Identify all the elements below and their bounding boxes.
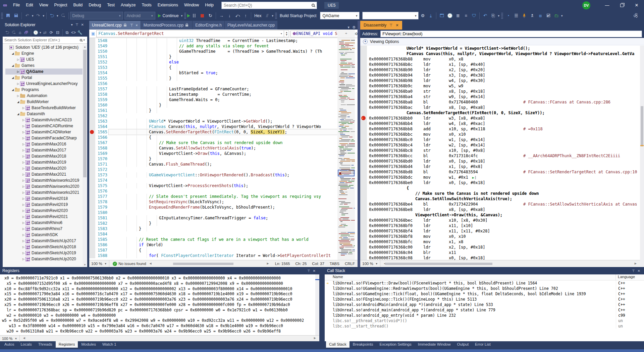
save-all-icon[interactable]: 🖬 bbox=[12, 12, 20, 20]
breakpoint-margin[interactable] bbox=[89, 210, 95, 215]
tab-unrealclient.cpp[interactable]: UnrealClient.cpp⊤× bbox=[89, 21, 141, 30]
breakpoint-margin[interactable] bbox=[89, 92, 95, 97]
breakpoint-margin[interactable] bbox=[89, 253, 95, 258]
redo-icon[interactable]: ↷ bbox=[35, 12, 42, 20]
show-all-files-icon[interactable]: ⧉ bbox=[64, 29, 70, 36]
code-line-1587[interactable]: 1587{ bbox=[89, 248, 337, 253]
register-line[interactable]: w5 = 0x52d95f00 w6 = 0x00000000 w7 = 0x0… bbox=[2, 318, 315, 323]
chevron-down-icon[interactable]: ▾ bbox=[70, 23, 74, 27]
tree-item-buildworker[interactable]: ◢BuildWorker bbox=[5, 99, 83, 105]
call-stack-frame[interactable]: libUnreal.so!UGameEngine::Tick(float, bo… bbox=[325, 291, 644, 297]
tab-exception-settings[interactable]: Exception Settings bbox=[377, 341, 415, 348]
properties-wrench-icon[interactable]: 🔧 bbox=[77, 29, 83, 36]
switch-views-icon[interactable]: 🗗 bbox=[23, 29, 30, 36]
code-line-1572[interactable]: 1572 bbox=[89, 167, 337, 172]
breakpoint-margin[interactable] bbox=[89, 205, 95, 210]
tree-item-datasmithsketchup2020[interactable]: ▷DatasmithSketchUp2020 bbox=[5, 256, 83, 262]
disassembly-instruction[interactable]: 0x0000007176368be0ldrx0, [sp, #0x18] bbox=[360, 180, 640, 185]
breakpoint-margin[interactable] bbox=[89, 145, 95, 151]
step-out-icon[interactable]: ↑ bbox=[242, 12, 249, 20]
breakpoint-margin[interactable] bbox=[89, 194, 95, 199]
pin-icon[interactable]: ⊤ bbox=[306, 269, 312, 273]
tree-item-qagame[interactable]: ▷QAGame bbox=[5, 69, 83, 75]
disassembly-instruction[interactable]: 0x0000007176368bd8bl0x7176483594# FCanva… bbox=[360, 169, 640, 175]
code-area[interactable]: 1548uint32 ThreadTime = CurrentTime - La… bbox=[89, 38, 337, 260]
breakpoint-margin[interactable] bbox=[89, 65, 95, 70]
call-stack-frame[interactable]: libUnreal.so!android_app_entry(void * pa… bbox=[325, 313, 644, 318]
disassembly-instruction[interactable]: 0x0000007176368c08ldrx0, [sp, #0x18] bbox=[360, 255, 640, 260]
undo-navigation-icon[interactable]: ↶ bbox=[481, 12, 489, 20]
code-line-1565[interactable]: 1565Canvas.SetRenderTargetRect(FIntRect(… bbox=[89, 129, 337, 135]
tree-item-datasmithrevit2020[interactable]: ▷DatasmithRevit2020 bbox=[5, 208, 83, 214]
disassembly-instruction[interactable]: 0x0000007176368b94ldrx3, [sp, #0x38] bbox=[360, 73, 640, 78]
toolbar-grip[interactable] bbox=[1, 13, 3, 19]
register-line[interactable]: lr = 0x0000007176368bac sp = 0x000000719… bbox=[2, 308, 315, 313]
tree-item-datasmithcadworker[interactable]: ▷DatasmithCADWorker bbox=[5, 129, 83, 135]
menu-tools[interactable]: Tools bbox=[139, 0, 155, 10]
tab-threads[interactable]: Threads bbox=[35, 341, 55, 348]
code-line-1573[interactable]: 1573UGameViewportClient::OnViewportRende… bbox=[89, 172, 337, 178]
tree-item-datasmithmax2020[interactable]: ▷DatasmithMax2020 bbox=[5, 165, 83, 171]
solution-search-box[interactable]: ▾ bbox=[3, 37, 87, 44]
disassembly-source-line[interactable]: FCanvas Canvas(this, nullptr, ViewportWo… bbox=[360, 51, 640, 56]
tree-item-datasmithsketchup2019[interactable]: ▷DatasmithSketchUp2019 bbox=[5, 250, 83, 256]
tree-item-datasmithrevit2021[interactable]: ▷DatasmithRevit2021 bbox=[5, 214, 83, 220]
disassembly-instruction[interactable]: 0x0000007176368bf4ldrx11, [x11, #0x28] bbox=[360, 228, 640, 234]
call-stack-frame[interactable]: libUnreal.so!UGameEngine::RedrawViewport… bbox=[325, 286, 644, 291]
breakpoint-margin[interactable] bbox=[89, 97, 95, 102]
hex-toggle-button[interactable]: Hex bbox=[253, 13, 263, 18]
code-line-1548[interactable]: 1548uint32 ThreadTime = CurrentTime - La… bbox=[89, 38, 337, 43]
tree-item-datasmithnavisworks2019[interactable]: ▷DatasmithNavisworks2019 bbox=[5, 177, 83, 183]
tree-item-datasmithmax2021[interactable]: ▷DatasmithMax2021 bbox=[5, 171, 83, 177]
code-line-1560[interactable]: 1560} bbox=[89, 102, 337, 108]
breakpoint-margin[interactable] bbox=[89, 183, 95, 188]
breakpoint-margin[interactable] bbox=[89, 172, 95, 178]
debug-target-combo[interactable]: ▾ bbox=[362, 12, 419, 19]
breakpoint-margin[interactable] bbox=[89, 199, 95, 205]
tree-item-datasmithmax2019[interactable]: ▷DatasmithMax2019 bbox=[5, 159, 83, 165]
tree-item-datasmithmax2017[interactable]: ▷DatasmithMax2017 bbox=[5, 147, 83, 153]
pin-icon[interactable]: ⊤ bbox=[74, 23, 80, 27]
breakpoint-margin[interactable] bbox=[89, 162, 95, 167]
code-line-1549[interactable]: 1549// add any stalls via sleep or feven… bbox=[89, 43, 337, 49]
breakpoint-margin[interactable] bbox=[89, 76, 95, 81]
tree-item-datasmithrevit2019[interactable]: ▷DatasmithRevit2019 bbox=[5, 202, 83, 208]
breakpoint-margin[interactable] bbox=[89, 124, 95, 129]
code-line-1586[interactable]: 1586if (World) bbox=[89, 242, 337, 248]
tab-playlevelvialauncher.cpp[interactable]: PlayLevelViaLauncher.cpp bbox=[225, 21, 277, 30]
code-line-1566[interactable]: 1566{ bbox=[89, 135, 337, 140]
menu-extensions[interactable]: Extensions bbox=[155, 0, 181, 10]
code-line-1552[interactable]: 1552else bbox=[89, 59, 337, 65]
tree-item-datasmithsketchup2018[interactable]: ▷DatasmithSketchUp2018 bbox=[5, 244, 83, 250]
code-line-1558[interactable]: 1558Lastimestamp = CurrentTime; bbox=[89, 92, 337, 97]
forward-icon[interactable]: ⮎ bbox=[10, 29, 17, 36]
disassembly-instruction[interactable]: 0x0000007176368ba4strw9, [sp, #0x14] bbox=[360, 94, 640, 99]
code-line-1577[interactable]: 1577// Slate doesn't present immediately… bbox=[89, 194, 337, 199]
disassembly-instruction[interactable]: 0x0000007176368bfcmovx1, x8 bbox=[360, 239, 640, 245]
code-line-1554[interactable]: 1554bStarted = true; bbox=[89, 70, 337, 76]
tree-item-datasmitharchicad23[interactable]: ▷DatasmithArchiCAD23 bbox=[5, 117, 83, 123]
tab-registers[interactable]: Registers bbox=[56, 341, 78, 348]
tree-item-datasmithmax2016[interactable]: ▷DatasmithMax2016 bbox=[5, 141, 83, 147]
disassembly-instruction[interactable]: 0x0000007176368b9cmovw5, w9 bbox=[360, 83, 640, 89]
breakpoint-margin[interactable] bbox=[89, 113, 95, 119]
disassembly-instruction[interactable]: 0x0000007176368c00ldrx2, [sp, #0x18] bbox=[360, 245, 640, 250]
tab-locals[interactable]: Locals bbox=[17, 341, 35, 348]
code-line-1579[interactable]: 1579EnqueueEndRenderFrame(bLockToVsync, … bbox=[89, 205, 337, 210]
quick-search-input[interactable] bbox=[224, 3, 312, 8]
call-stack-frame[interactable]: libUnreal.so!android_main(android_app *)… bbox=[325, 307, 644, 313]
breakpoint-margin[interactable] bbox=[89, 156, 95, 162]
back-icon[interactable]: ⮌ bbox=[4, 29, 10, 36]
tab-disassembly[interactable]: Disassembly ⊤ ✕ bbox=[360, 21, 402, 30]
editor-zoom-combo[interactable]: 100 %▾ bbox=[89, 260, 109, 267]
tab-breakpoints[interactable]: Breakpoints bbox=[350, 341, 376, 348]
menu-debug[interactable]: Debug bbox=[86, 0, 104, 10]
navigate-back-icon[interactable]: ⮌ bbox=[48, 12, 56, 20]
scope-combo[interactable]: FCanvas.SetRenderTargetRect▾ bbox=[96, 30, 284, 37]
breakpoint-margin[interactable] bbox=[89, 59, 95, 65]
breakpoint-margin[interactable] bbox=[89, 86, 95, 92]
disassembly-instruction[interactable]: 0x0000007176368bc0ldrw1, [sp, #0x14] bbox=[360, 137, 640, 142]
register-line[interactable]: x0 = 0x000000711e7921c0 x1 = 0x000000750… bbox=[2, 276, 315, 281]
tab-watch-1[interactable]: Watch 1 bbox=[99, 341, 119, 348]
send-feedback-icon[interactable]: 🗫 bbox=[632, 12, 639, 20]
